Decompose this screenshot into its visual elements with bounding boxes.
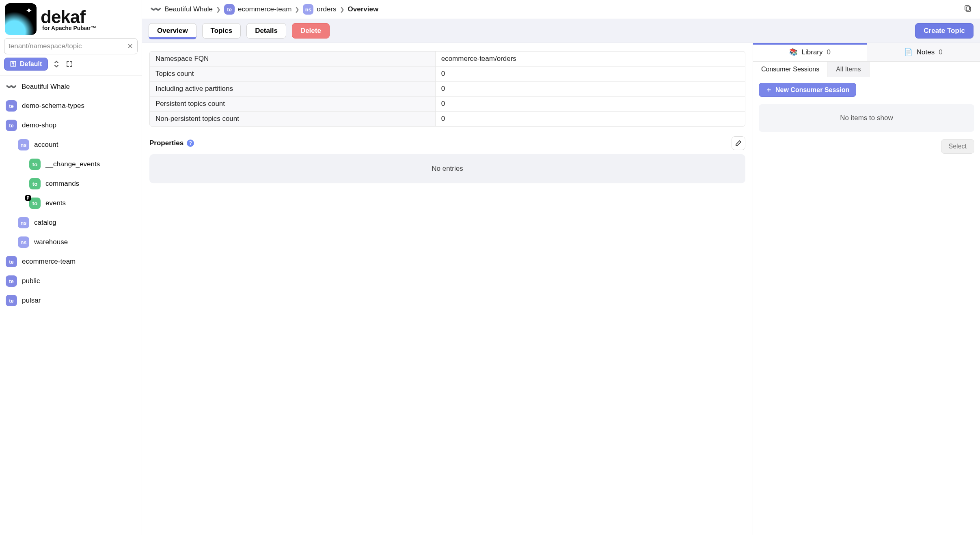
whale-icon: 〰️	[6, 82, 17, 92]
details-key: Topics count	[150, 67, 436, 81]
tree-topic[interactable]: P to events	[0, 193, 142, 213]
create-topic-button[interactable]: Create Topic	[915, 23, 974, 39]
key-icon: ⚿	[10, 60, 17, 68]
library-count: 0	[827, 48, 831, 56]
tenant-badge: te	[6, 120, 17, 131]
breadcrumb-namespace[interactable]: orders	[317, 5, 336, 13]
brand: dekaf for Apache Pulsar™	[0, 0, 142, 35]
tree-tenant[interactable]: te public	[0, 271, 142, 291]
tab-library[interactable]: 📚 Library 0	[753, 43, 867, 61]
right-content: ＋ New Consumer Session No items to show …	[753, 77, 980, 535]
brand-text: dekaf for Apache Pulsar™	[41, 7, 96, 31]
tree-topic[interactable]: to __change_events	[0, 155, 142, 174]
tab-overview[interactable]: Overview	[149, 23, 196, 39]
tree-tenant[interactable]: te demo-schema-types	[0, 96, 142, 116]
tree-label: account	[34, 141, 58, 149]
tenant-badge: te	[6, 100, 17, 112]
details-value: 0	[436, 82, 745, 96]
namespace-badge: ns	[18, 217, 29, 228]
tree-tenant[interactable]: te ecommerce-team	[0, 252, 142, 271]
content-right: 📚 Library 0 📄 Notes 0 Consumer Sessions …	[753, 43, 980, 535]
tenant-badge: te	[6, 295, 17, 306]
toolbar: Overview Topics Details Delete Create To…	[142, 19, 980, 43]
tree-label: warehouse	[34, 238, 68, 246]
subtab-all-items[interactable]: All Items	[828, 62, 869, 77]
tree-label: catalog	[34, 219, 56, 227]
subtab-consumer-sessions[interactable]: Consumer Sessions	[753, 62, 828, 77]
properties-header: Properties ?	[149, 136, 745, 150]
main: 〰️ Beautiful Whale ❯ te ecommerce-team ❯…	[142, 0, 980, 535]
tree-namespace[interactable]: ns warehouse	[0, 232, 142, 252]
breadcrumb: 〰️ Beautiful Whale ❯ te ecommerce-team ❯…	[142, 0, 980, 19]
controls-row: ⚿ Default	[0, 58, 142, 75]
default-connection-button[interactable]: ⚿ Default	[4, 58, 48, 71]
sidebar: dekaf for Apache Pulsar™ ✕ ⚿ Default 〰️ …	[0, 0, 142, 535]
topic-badge: to	[29, 159, 41, 170]
default-label: Default	[20, 60, 42, 68]
tree-label: pulsar	[22, 297, 41, 305]
namespace-badge: ns	[18, 236, 29, 248]
tenant-badge: te	[224, 4, 235, 15]
tab-topics[interactable]: Topics	[202, 23, 241, 39]
tree-namespace[interactable]: ns account	[0, 135, 142, 155]
tree-namespace[interactable]: ns catalog	[0, 213, 142, 232]
breadcrumb-page: Overview	[348, 5, 379, 13]
tab-details[interactable]: Details	[246, 23, 286, 39]
breadcrumb-tenant[interactable]: ecommerce-team	[238, 5, 291, 13]
details-value: 0	[436, 112, 745, 126]
namespace-badge: ns	[303, 4, 313, 15]
properties-empty: No entries	[149, 154, 745, 183]
tree-label: ecommerce-team	[22, 258, 76, 266]
clear-icon[interactable]: ✕	[127, 42, 133, 51]
plus-icon: ＋	[766, 86, 772, 94]
tab-notes[interactable]: 📄 Notes 0	[867, 43, 980, 61]
details-key: Namespace FQN	[150, 52, 436, 66]
delete-button[interactable]: Delete	[292, 23, 330, 39]
collapse-icon[interactable]	[52, 60, 61, 69]
tree-label: public	[22, 277, 40, 285]
tree-label: commands	[45, 180, 79, 188]
tree-label: demo-schema-types	[22, 102, 84, 110]
details-value: 0	[436, 97, 745, 111]
details-value: ecommerce-team/orders	[436, 52, 745, 66]
partition-badge: P	[25, 195, 31, 201]
tree-label: events	[45, 199, 66, 207]
tab-library-label: Library	[802, 48, 823, 56]
svg-rect-1	[965, 6, 969, 10]
tab-notes-label: Notes	[917, 48, 935, 56]
tree-tenant[interactable]: te demo-shop	[0, 116, 142, 135]
details-key: Persistent topics count	[150, 97, 436, 111]
help-icon[interactable]: ?	[187, 140, 194, 147]
book-icon: 📚	[789, 48, 798, 56]
chevron-right-icon: ❯	[295, 6, 300, 13]
table-row: Topics count 0	[150, 67, 745, 82]
edit-properties-button[interactable]	[732, 136, 745, 150]
topic-badge-wrap: P to	[29, 198, 41, 209]
properties-title: Properties	[149, 139, 183, 147]
nav-tree: 〰️ Beautiful Whale te demo-schema-types …	[0, 75, 142, 312]
tree-cluster[interactable]: 〰️ Beautiful Whale	[0, 77, 142, 96]
tree-label: Beautiful Whale	[22, 83, 70, 91]
tree-label: demo-shop	[22, 121, 56, 129]
tree-tenant[interactable]: te pulsar	[0, 291, 142, 310]
fullscreen-icon[interactable]	[65, 60, 74, 69]
tree-label: __change_events	[45, 160, 100, 168]
search-row: ✕	[0, 35, 142, 58]
tree-topic[interactable]: to commands	[0, 174, 142, 193]
tenant-badge: te	[6, 275, 17, 287]
breadcrumb-cluster[interactable]: Beautiful Whale	[164, 5, 213, 13]
table-row: Namespace FQN ecommerce-team/orders	[150, 52, 745, 67]
details-key: Non-persistent topics count	[150, 112, 436, 126]
notes-count: 0	[939, 48, 942, 56]
chevron-right-icon: ❯	[340, 6, 345, 13]
search-input[interactable]	[9, 42, 127, 50]
table-row: Non-persistent topics count 0	[150, 112, 745, 126]
copy-icon[interactable]	[964, 4, 972, 15]
whale-icon: 〰️	[150, 4, 161, 15]
content-row: Namespace FQN ecommerce-team/orders Topi…	[142, 43, 980, 535]
new-consumer-session-button[interactable]: ＋ New Consumer Session	[759, 83, 856, 97]
search-wrap[interactable]: ✕	[4, 38, 138, 54]
topic-badge: to	[29, 178, 41, 189]
content-left: Namespace FQN ecommerce-team/orders Topi…	[142, 43, 753, 535]
chevron-right-icon: ❯	[216, 6, 221, 13]
